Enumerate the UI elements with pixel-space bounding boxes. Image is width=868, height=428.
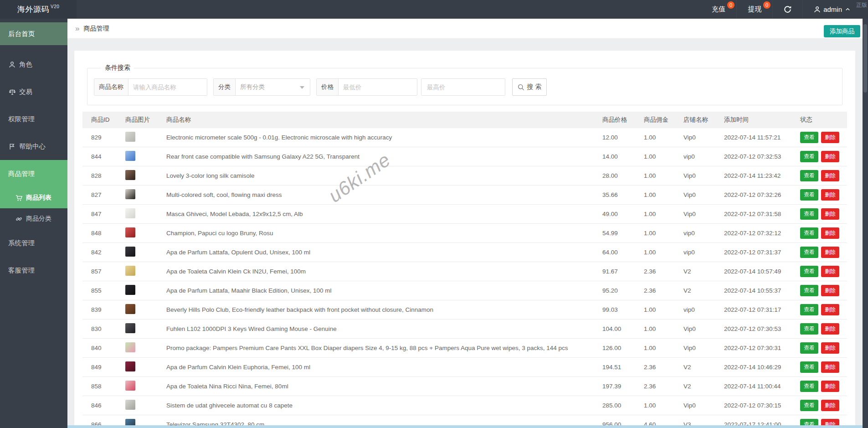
sidebar-item-permissions[interactable]: 权限管理 [0,105,67,133]
delete-button[interactable]: 删除 [821,132,839,143]
delete-button[interactable]: 删除 [821,208,839,220]
product-thumbnail[interactable] [125,132,135,142]
product-id-cell: 858 [82,383,117,390]
product-thumbnail[interactable] [125,323,135,333]
sidebar-item-system-management[interactable]: 系统管理 [0,229,67,257]
product-thumbnail[interactable] [125,285,135,295]
product-price-cell: 99.03 [594,306,635,313]
actions-cell: 查看 删除 [791,400,847,411]
product-thumbnail[interactable] [125,381,135,391]
view-button[interactable]: 查看 [800,247,818,258]
delete-button[interactable]: 删除 [821,304,839,315]
view-button[interactable]: 查看 [800,361,818,373]
delete-button[interactable]: 删除 [821,361,839,373]
table-header: 商品ID 商品图片 商品名称 商品价格 商品佣金 店铺名称 添加时间 状态 [82,112,847,128]
sidebar-item-customer-service[interactable]: 客服管理 [0,257,67,284]
delete-button[interactable]: 删除 [821,323,839,335]
sidebar-item-trade[interactable]: 交易 [0,78,67,105]
sidebar-item-roles[interactable]: 角色 [0,51,67,78]
sidebar-item-product-management[interactable]: 商品管理 [0,160,67,187]
delete-button[interactable]: 删除 [821,247,839,258]
sidebar-item-home[interactable]: 后台首页 [0,22,67,45]
product-id-cell: 857 [82,268,117,275]
commission-cell: 2.36 [635,364,675,371]
search-button[interactable]: 搜 索 [512,78,547,96]
delete-button[interactable]: 删除 [821,227,839,239]
added-time-cell: 2022-07-14 10:55:37 [715,287,791,294]
view-button[interactable]: 查看 [800,266,818,277]
product-thumbnail[interactable] [125,304,135,314]
product-thumbnail[interactable] [125,361,135,371]
view-button[interactable]: 查看 [800,189,818,201]
shop-name-cell: vip0 [675,153,715,160]
refresh-button[interactable] [772,0,802,19]
delete-button[interactable]: 删除 [821,381,839,392]
view-button[interactable]: 查看 [800,151,818,162]
recharge-menu-item[interactable]: 充值 0 [701,0,736,19]
actions-cell: 查看 删除 [791,151,847,162]
view-button[interactable]: 查看 [800,227,818,239]
sidebar-item-label: 权限管理 [8,115,35,124]
chevron-down-icon [300,86,304,89]
delete-button[interactable]: 删除 [821,342,839,354]
product-thumbnail[interactable] [125,247,135,257]
shop-name-cell: Vip0 [675,134,715,141]
delete-button[interactable]: 删除 [821,151,839,162]
header-added-time: 添加时间 [715,116,791,124]
view-button[interactable]: 查看 [800,285,818,296]
product-thumbnail[interactable] [125,266,135,276]
table-row: 827 Multi-colored soft, cool, flowing ma… [82,186,847,205]
max-price-input[interactable] [421,79,505,95]
product-thumbnail[interactable] [125,208,135,218]
sidebar-item-help-center[interactable]: 帮助中心 [0,133,67,160]
min-price-input[interactable] [339,79,417,95]
view-button[interactable]: 查看 [800,132,818,143]
withdraw-badge: 0 [763,1,770,9]
horizontal-scrollbar[interactable] [67,425,863,428]
product-image-cell [117,208,158,220]
sidebar-item-product-list[interactable]: 商品列表 [0,187,67,208]
product-id-cell: 855 [82,287,117,294]
user-menu[interactable]: admin [802,0,862,19]
delete-button[interactable]: 删除 [821,189,839,201]
withdraw-menu-item[interactable]: 提现 0 [736,0,772,19]
actions-cell: 查看 删除 [791,227,847,239]
product-thumbnail[interactable] [125,400,135,410]
added-time-cell: 2022-07-14 10:46:29 [715,364,791,371]
product-thumbnail[interactable] [125,151,135,161]
view-button[interactable]: 查看 [800,381,818,392]
commission-cell: 1.00 [635,325,675,332]
product-thumbnail[interactable] [125,227,135,237]
view-button[interactable]: 查看 [800,170,818,181]
added-time-cell: 2022-07-12 07:30:15 [715,402,791,409]
product-thumbnail[interactable] [125,342,135,352]
user-icon [814,6,821,13]
header-product-id: 商品ID [82,116,117,124]
vertical-scrollbar[interactable] [863,19,868,428]
view-button[interactable]: 查看 [800,342,818,354]
recharge-label: 充值 [712,5,725,14]
view-button[interactable]: 查看 [800,304,818,315]
delete-button[interactable]: 删除 [821,400,839,411]
actions-cell: 查看 删除 [791,323,847,335]
product-image-cell [117,323,158,335]
added-time-cell: 2022-07-12 07:31:58 [715,211,791,217]
product-name-input[interactable] [128,79,207,95]
view-button[interactable]: 查看 [800,400,818,411]
sidebar-item-product-categories[interactable]: 商品分类 [0,208,67,229]
view-button[interactable]: 查看 [800,323,818,335]
product-name-cell: Lovely 3-color long silk camisole [158,172,594,179]
product-thumbnail[interactable] [125,189,135,199]
product-table: 商品ID 商品图片 商品名称 商品价格 商品佣金 店铺名称 添加时间 状态 82… [82,112,847,428]
add-product-button[interactable]: 添加商品 [824,25,860,37]
category-select[interactable]: 所有分类 [236,79,310,95]
product-name-cell: Apa de Toaleta Nina Ricci Nina, Femei, 8… [158,383,594,390]
commission-cell: 1.00 [635,345,675,351]
withdraw-label: 提现 [748,5,761,14]
delete-button[interactable]: 删除 [821,266,839,277]
scrollbar-thumb[interactable] [863,24,867,93]
delete-button[interactable]: 删除 [821,285,839,296]
product-thumbnail[interactable] [125,170,135,180]
view-button[interactable]: 查看 [800,208,818,220]
delete-button[interactable]: 删除 [821,170,839,181]
